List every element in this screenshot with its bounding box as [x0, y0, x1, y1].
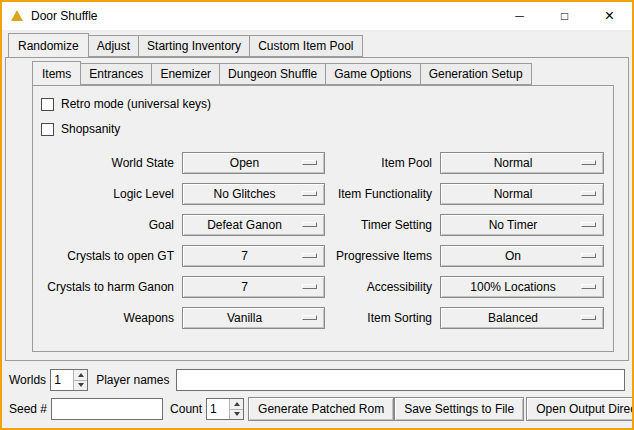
item-functionality-value: Normal — [494, 187, 533, 201]
world-state-value: Open — [230, 156, 259, 170]
subtab-dungeon-shuffle[interactable]: Dungeon Shuffle — [219, 63, 326, 85]
seed-label: Seed # — [9, 402, 47, 416]
main-tab-bar: Randomize Adjust Starting Inventory Cust… — [5, 33, 629, 57]
worlds-spin-up-button[interactable] — [74, 370, 87, 380]
dropdown-indicator-icon — [581, 191, 596, 196]
arrow-up-icon — [78, 373, 84, 377]
maximize-button[interactable]: □ — [542, 2, 587, 30]
shopsanity-checkbox[interactable] — [41, 123, 54, 136]
item-functionality-dropdown[interactable]: Normal — [440, 183, 604, 205]
maximize-icon: □ — [561, 9, 568, 23]
minimize-button[interactable]: ─ — [497, 2, 542, 30]
count-spinbox — [206, 398, 244, 420]
dropdown-indicator-icon — [581, 222, 596, 227]
worlds-spin-buttons — [73, 370, 87, 390]
logic-level-label: Logic Level — [40, 187, 174, 201]
dropdown-indicator-icon — [581, 160, 596, 165]
count-spin-buttons — [229, 399, 243, 419]
item-pool-label: Item Pool — [333, 156, 432, 170]
tab-starting-inventory[interactable]: Starting Inventory — [138, 35, 250, 57]
count-input[interactable] — [207, 399, 229, 419]
save-settings-button[interactable]: Save Settings to File — [394, 397, 524, 421]
main-notebook: Randomize Adjust Starting Inventory Cust… — [5, 33, 629, 361]
dropdown-indicator-icon — [302, 191, 317, 196]
dropdown-indicator-icon — [302, 315, 317, 320]
count-spin-up-button[interactable] — [230, 399, 243, 409]
item-sorting-label: Item Sorting — [333, 311, 432, 325]
seed-input[interactable] — [51, 398, 163, 420]
subtab-game-options[interactable]: Game Options — [325, 63, 420, 85]
goal-value: Defeat Ganon — [207, 218, 282, 232]
goal-dropdown[interactable]: Defeat Ganon — [182, 214, 325, 236]
timer-setting-value: No Timer — [489, 218, 538, 232]
arrow-down-icon — [234, 412, 240, 416]
generate-button[interactable]: Generate Patched Rom — [248, 397, 394, 421]
timer-setting-dropdown[interactable]: No Timer — [440, 214, 604, 236]
timer-setting-label: Timer Setting — [333, 218, 432, 232]
logic-level-dropdown[interactable]: No Glitches — [182, 183, 325, 205]
arrow-down-icon — [78, 383, 84, 387]
weapons-dropdown[interactable]: Vanilla — [182, 307, 325, 329]
accessibility-value: 100% Locations — [470, 280, 555, 294]
dropdown-indicator-icon — [302, 284, 317, 289]
dropdown-indicator-icon — [581, 284, 596, 289]
world-state-dropdown[interactable]: Open — [182, 152, 325, 174]
minimize-icon: ─ — [515, 9, 524, 23]
tab-custom-item-pool[interactable]: Custom Item Pool — [249, 35, 362, 57]
worlds-label: Worlds — [9, 373, 46, 387]
app-icon — [9, 8, 25, 24]
dropdown-indicator-icon — [581, 253, 596, 258]
item-pool-value: Normal — [494, 156, 533, 170]
world-state-label: World State — [40, 156, 174, 170]
crystals-gt-label: Crystals to open GT — [40, 249, 174, 263]
weapons-label: Weapons — [40, 311, 174, 325]
dropdown-indicator-icon — [302, 222, 317, 227]
tab-adjust[interactable]: Adjust — [88, 35, 139, 57]
count-spin-down-button[interactable] — [230, 409, 243, 420]
worlds-row: Worlds Player names — [9, 368, 625, 392]
retro-mode-checkbox[interactable] — [41, 98, 54, 111]
weapons-value: Vanilla — [227, 311, 262, 325]
triforce-icon — [11, 10, 23, 21]
worlds-spin-down-button[interactable] — [74, 380, 87, 391]
seed-row: Seed # Count Generate Patched Rom Save S… — [9, 397, 625, 421]
sub-tab-bar: Items Entrances Enemizer Dungeon Shuffle… — [32, 61, 614, 85]
item-sorting-value: Balanced — [488, 311, 538, 325]
sub-notebook: Items Entrances Enemizer Dungeon Shuffle… — [32, 61, 614, 352]
dropdown-indicator-icon — [302, 253, 317, 258]
close-button[interactable]: × — [587, 2, 632, 30]
subtab-entrances[interactable]: Entrances — [80, 63, 152, 85]
progressive-items-label: Progressive Items — [333, 249, 432, 263]
item-sorting-dropdown[interactable]: Balanced — [440, 307, 604, 329]
subtab-generation-setup[interactable]: Generation Setup — [420, 63, 532, 85]
progressive-items-dropdown[interactable]: On — [440, 245, 604, 267]
arrow-up-icon — [234, 402, 240, 406]
close-icon: × — [605, 7, 614, 25]
player-names-input[interactable] — [176, 369, 626, 391]
dropdown-indicator-icon — [581, 315, 596, 320]
tab-randomize[interactable]: Randomize — [8, 33, 89, 58]
logic-level-value: No Glitches — [213, 187, 275, 201]
worlds-input[interactable] — [51, 370, 73, 390]
randomize-panel: Items Entrances Enemizer Dungeon Shuffle… — [5, 57, 629, 361]
count-label: Count — [170, 402, 202, 416]
item-functionality-label: Item Functionality — [333, 187, 432, 201]
open-output-button[interactable]: Open Output Directory — [526, 397, 634, 421]
accessibility-dropdown[interactable]: 100% Locations — [440, 276, 604, 298]
dropdown-indicator-icon — [302, 160, 317, 165]
accessibility-label: Accessibility — [333, 280, 432, 294]
subtab-enemizer[interactable]: Enemizer — [151, 63, 220, 85]
crystals-ganon-dropdown[interactable]: 7 — [182, 276, 325, 298]
player-names-label: Player names — [96, 373, 169, 387]
crystals-gt-dropdown[interactable]: 7 — [182, 245, 325, 267]
crystals-gt-value: 7 — [241, 249, 248, 263]
worlds-spinbox — [50, 369, 88, 391]
item-pool-dropdown[interactable]: Normal — [440, 152, 604, 174]
shopsanity-label: Shopsanity — [61, 122, 120, 136]
door-shuffle-window: Door Shuffle ─ □ × Randomize Adjust Star… — [0, 0, 634, 430]
goal-label: Goal — [40, 218, 174, 232]
subtab-items[interactable]: Items — [32, 61, 81, 86]
crystals-ganon-value: 7 — [241, 280, 248, 294]
items-panel: Retro mode (universal keys) Shopsanity W… — [32, 85, 614, 352]
options-grid: World State Open Item Pool Normal Logic … — [40, 152, 613, 329]
